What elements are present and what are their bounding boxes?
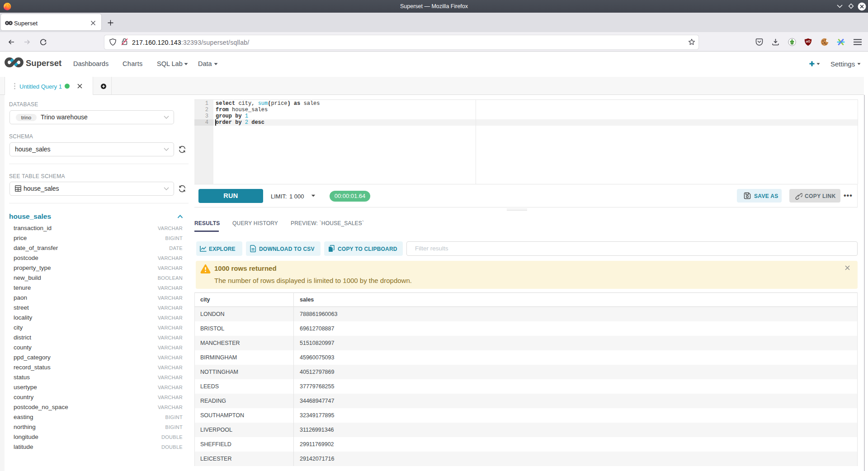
- svg-text:uO: uO: [806, 40, 811, 43]
